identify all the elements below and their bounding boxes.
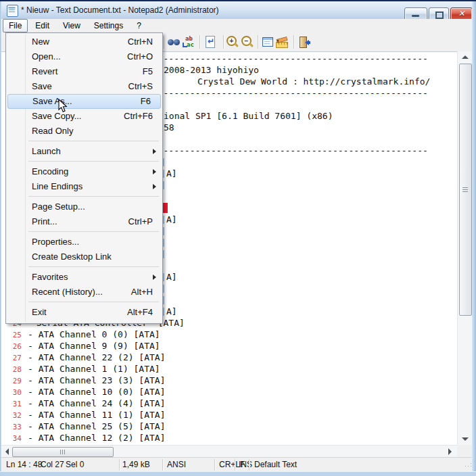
menu-item-page-setup[interactable]: Page Setup... [6,199,162,214]
menu-item-encoding[interactable]: Encoding [6,164,162,179]
vertical-scrollbar[interactable] [457,51,472,445]
menu-item-save-as[interactable]: Save As...F6 [7,94,161,109]
editor-line: - ATA Channel 9 (9) [ATA] [28,340,160,352]
vertical-scroll-thumb[interactable] [459,64,472,316]
scroll-left-icon [5,448,9,455]
clipped-character-sliver [163,273,164,281]
minimize-icon [412,15,419,17]
menu-item-print[interactable]: Print...Ctrl+P [6,214,162,229]
menu-item-label: Print... [32,216,57,227]
menu-item-shortcut: Ctrl+S [128,79,153,94]
editor-line: - ATA Channel 24 (4) [ATA] [28,398,166,409]
status-insert-mode[interactable]: INS [239,460,252,469]
line-number: 29 [1,376,22,386]
restore-icon [435,11,444,19]
menu-item-label: Exit [32,307,47,317]
menubar-item-edit[interactable]: Edit [29,19,55,32]
menu-item-label: Save Copy... [32,111,81,121]
menu-item-save[interactable]: SaveCtrl+S [6,79,162,94]
zoom-in-icon[interactable]: + [225,35,239,49]
clipped-character-sliver [163,296,164,304]
menu-item-label: Open... [32,51,61,62]
menu-item-launch[interactable]: Launch [6,144,162,159]
resize-grip[interactable] [465,466,466,467]
menu-item-recent-history[interactable]: Recent (History)...Alt+H [6,285,162,300]
menu-item-properties[interactable]: Properties... [6,235,162,249]
menu-item-shortcut: F5 [143,64,153,79]
horizontal-scroll-thumb[interactable] [12,447,114,457]
line-number: 27 [1,353,22,363]
menubar: FileEditViewSettings? [1,19,472,32]
menu-item-shortcut: Alt+H [131,285,153,300]
menu-item-label: Save [32,81,52,91]
notepad2-window: * Nieuw - Text Document.txt - Notepad2 (… [0,0,476,476]
menu-item-shortcut: F6 [141,95,151,108]
editor-line: Crystal Dew World : http://crystalmark.i… [197,76,430,87]
menu-item-create-desktop-link[interactable]: Create Desktop Link [6,249,162,264]
properties-icon[interactable] [261,35,275,49]
close-icon: ✕ [451,9,472,18]
submenu-arrow-icon [153,169,156,174]
app-icon[interactable] [7,5,18,17]
menu-separator [28,196,159,197]
menubar-item-help[interactable]: ? [130,19,147,32]
menubar-item-view[interactable]: View [57,19,87,32]
status-scheme[interactable]: Default Text [254,460,297,469]
editor-line: - ATA Channel 11 (1) [ATA] [28,409,166,421]
scroll-right-icon [448,448,452,455]
word-wrap-icon[interactable] [204,35,217,49]
menu-item-revert[interactable]: RevertF5 [6,64,162,79]
menubar-item-settings[interactable]: Settings [88,19,129,32]
editor-line: 58 [164,122,174,133]
menu-item-label: Properties... [32,237,79,247]
editor-line: A] [166,168,177,179]
scroll-left-button[interactable] [1,446,12,457]
exit-icon[interactable] [297,35,310,49]
submenu-arrow-icon [153,184,156,189]
status-selection: Sel 0 [66,460,84,469]
menu-item-new[interactable]: NewCtrl+N [6,34,162,49]
line-number: 30 [1,387,22,398]
menubar-item-file[interactable]: File [3,19,28,32]
line-number: 31 [1,399,22,409]
menu-item-shortcut: Ctrl+P [128,214,153,229]
editor-line: - ATA Channel 0 (0) [ATA] [28,329,160,340]
replace-icon[interactable]: abac [182,35,195,49]
status-encoding[interactable]: ANSI [167,460,186,469]
titlebar[interactable]: * Nieuw - Text Document.txt - Notepad2 (… [0,1,476,20]
status-separator [235,459,235,471]
menu-item-shortcut: Ctrl+F6 [124,109,153,124]
menu-item-label: Favorites [32,272,68,282]
editor-line: ional SP1 [6.1 Build 7601] (x86) [164,110,333,122]
clipped-character-sliver [163,158,164,166]
horizontal-scrollbar[interactable] [1,445,457,457]
menu-item-open[interactable]: Open...Ctrl+O [6,49,162,64]
editor-line: A] [166,306,177,317]
menu-item-read-only[interactable]: Read Only [6,124,162,139]
line-number: 32 [1,410,22,421]
scroll-down-button[interactable] [458,433,472,445]
scroll-up-button[interactable] [458,51,472,63]
menu-item-label: Revert [32,66,57,76]
menu-item-shortcut: Ctrl+N [128,34,153,49]
line-number: 28 [1,364,22,375]
line-number: 26 [1,341,22,352]
scroll-right-button[interactable] [444,446,454,457]
status-file-size: 1,49 kB [122,460,150,469]
toolbar-separator [164,35,164,49]
find-icon[interactable] [167,35,181,49]
menu-item-save-copy[interactable]: Save Copy...Ctrl+F6 [6,109,162,124]
menu-item-line-endings[interactable]: Line Endings [6,179,162,194]
customize-schemes-icon[interactable] [275,35,289,49]
file-menu: NewCtrl+NOpen...Ctrl+ORevertF5SaveCtrl+S… [5,32,163,324]
editor-line: 2008-2013 hiyohiyo [164,64,259,76]
zoom-out-icon[interactable]: − [240,35,254,49]
clipped-character-sliver [163,216,164,224]
toolbar-separator [293,35,294,49]
menu-item-favorites[interactable]: Favorites [6,270,162,285]
menu-item-label: Page Setup... [32,201,85,212]
menu-item-label: Encoding [32,166,68,176]
menu-item-exit[interactable]: ExitAlt+F4 [6,305,162,320]
scroll-down-icon [462,437,469,441]
toolbar-separator [223,35,224,49]
